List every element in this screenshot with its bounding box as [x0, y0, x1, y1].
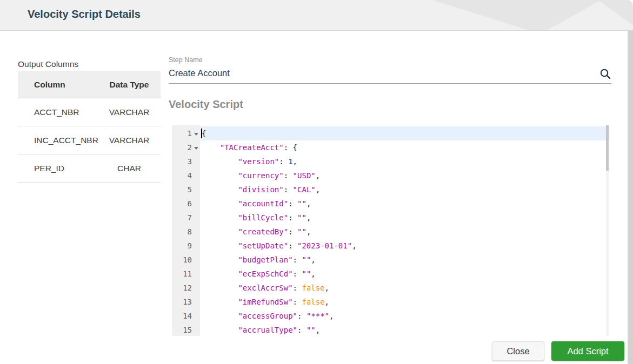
- dialog-title: Velocity Script Details: [28, 8, 141, 21]
- code-text: "accessGroup": "***",: [200, 309, 609, 323]
- line-number: 9: [172, 239, 200, 253]
- editor-line[interactable]: 12 "exclAccrSw": false,: [172, 281, 609, 295]
- cell-data-type: VARCHAR: [98, 107, 161, 117]
- code-text: "currency": "USD",: [200, 168, 609, 183]
- line-number: 8: [172, 225, 200, 239]
- cell-data-type: CHAR: [98, 164, 161, 173]
- velocity-script-heading: Velocity Script: [169, 98, 243, 111]
- code-text: "createdBy": "",: [200, 225, 609, 239]
- header-chevron-decoration: [432, 0, 601, 31]
- dialog-header: Velocity Script Details: [0, 0, 633, 31]
- close-button[interactable]: Close: [492, 341, 544, 361]
- line-number: 12: [172, 281, 200, 295]
- table-row: ACCT_NBRVARCHAR: [18, 98, 161, 126]
- code-text: {: [200, 126, 609, 140]
- editor-line[interactable]: 10 "budgetPlan": "",: [172, 253, 609, 267]
- editor-line[interactable]: 15 "accrualType": "",: [172, 323, 609, 337]
- line-number: 5: [172, 183, 200, 197]
- line-number: 15: [172, 323, 200, 337]
- cell-column: ACCT_NBR: [18, 107, 98, 117]
- editor-line[interactable]: 8 "createdBy": "",: [172, 225, 609, 239]
- code-text: "division": "CAL",: [200, 183, 609, 197]
- table-header-row: Column Data Type: [18, 71, 161, 98]
- editor-line[interactable]: 14 "accessGroup": "***",: [172, 309, 609, 323]
- line-number: 1: [172, 126, 200, 140]
- editor-line[interactable]: 9 "setUpDate": "2023-01-01",: [172, 239, 609, 253]
- editor-line[interactable]: 5 "division": "CAL",: [172, 183, 609, 197]
- cell-column: PER_ID: [18, 164, 98, 173]
- fold-arrow-icon[interactable]: [194, 147, 198, 150]
- editor-line[interactable]: 13 "imRefundSw": false,: [172, 295, 609, 309]
- table-body: ACCT_NBRVARCHARINC_ACCT_NBRVARCHARPER_ID…: [18, 98, 161, 183]
- output-columns-table: Column Data Type ACCT_NBRVARCHARINC_ACCT…: [18, 71, 161, 183]
- step-name-value: Create Account: [169, 68, 230, 78]
- editor-line[interactable]: 7 "billCycle": "",: [172, 211, 609, 225]
- line-number: 6: [172, 197, 200, 211]
- step-name-label: Step Name: [169, 56, 203, 64]
- table-header-column: Column: [18, 80, 98, 90]
- velocity-script-editor[interactable]: 1{2 "TACreateAcct": {3 "version": 1,4 "c…: [172, 125, 609, 336]
- code-text: "billCycle": "",: [200, 211, 609, 225]
- line-number: 13: [172, 295, 200, 309]
- output-columns-label: Output Columns: [18, 59, 78, 69]
- page-backdrop-strip: [628, 31, 633, 364]
- line-number: 2: [172, 140, 200, 154]
- code-text: "accrualType": "",: [200, 323, 609, 337]
- editor-line[interactable]: 3 "version": 1,: [172, 154, 609, 168]
- editor-scrollbar-thumb[interactable]: [606, 125, 609, 171]
- code-text: "exclAccrSw": false,: [200, 281, 609, 295]
- line-number: 7: [172, 211, 200, 225]
- text-cursor: [201, 129, 202, 138]
- editor-line[interactable]: 2 "TACreateAcct": {: [172, 140, 609, 154]
- cell-data-type: VARCHAR: [98, 136, 161, 145]
- code-text: "accountId": "",: [200, 197, 609, 211]
- fold-arrow-icon[interactable]: [194, 133, 198, 136]
- table-row: INC_ACCT_NBRVARCHAR: [18, 126, 161, 154]
- header-corner-decoration: [598, 0, 633, 26]
- code-text: "ecExpSchCd": "",: [200, 267, 609, 281]
- step-name-input[interactable]: Create Account: [169, 66, 611, 84]
- add-script-button[interactable]: Add Script: [551, 341, 624, 361]
- code-text: "setUpDate": "2023-01-01",: [200, 239, 609, 253]
- table-row: PER_IDCHAR: [18, 154, 161, 183]
- editor-line[interactable]: 1{: [172, 126, 609, 140]
- line-number: 3: [172, 154, 200, 168]
- line-number: 14: [172, 309, 200, 323]
- table-header-data-type: Data Type: [98, 80, 161, 90]
- editor-line[interactable]: 6 "accountId": "",: [172, 197, 609, 211]
- code-text: "TACreateAcct": {: [200, 140, 609, 154]
- line-number: 10: [172, 253, 200, 267]
- code-text: "budgetPlan": "",: [200, 253, 609, 267]
- search-icon[interactable]: [599, 68, 612, 80]
- code-text: "version": 1,: [200, 154, 609, 168]
- editor-line[interactable]: 4 "currency": "USD",: [172, 168, 609, 183]
- code-text: "imRefundSw": false,: [200, 295, 609, 309]
- cell-column: INC_ACCT_NBR: [18, 136, 98, 145]
- editor-line[interactable]: 11 "ecExpSchCd": "",: [172, 267, 609, 281]
- line-number: 4: [172, 168, 200, 183]
- line-number: 11: [172, 267, 200, 281]
